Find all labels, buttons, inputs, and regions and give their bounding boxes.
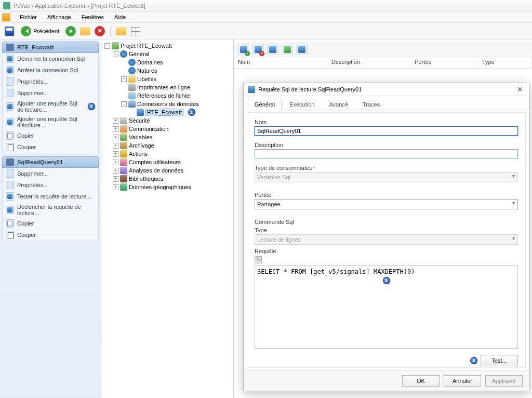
db-start-icon [6,55,14,63]
tree-general[interactable]: −Général [112,50,232,58]
action-properties[interactable]: Propriétés... [3,76,98,87]
tree-natures[interactable]: Natures [120,67,232,75]
menubar: Fichier Affichage Fenêtres Aide [0,11,532,23]
apply-button[interactable]: Appliquer [485,375,523,387]
dialog-titlebar[interactable]: Requête Sql de lecture SqlReadQuery01 ✕ [244,83,529,96]
project-icon [112,42,119,49]
trigger-icon [6,206,14,214]
folder2-button[interactable] [115,25,127,37]
action-q-trigger[interactable]: Déclencher la requête de lecture... [3,202,98,218]
tree-root[interactable]: −Projet RTE_Ecowatt [103,42,232,50]
geo-icon [120,183,127,191]
tree-comptes[interactable]: +Comptes utilisateurs [112,158,232,166]
nature-icon [128,67,136,74]
col-portee[interactable]: Portée [410,57,478,68]
test-button[interactable]: Test... [481,355,518,366]
dialog-body: Nom Description Type de consommateur Var… [247,112,526,368]
tree-securite[interactable]: +Sécurité [112,116,232,125]
variables-icon [120,134,127,141]
tree-domaines[interactable]: Domaines [120,58,232,67]
connection-icon [128,100,136,108]
tree-view[interactable]: −Projet RTE_Ecowatt −Général Domaines Na… [101,39,234,398]
action-cut[interactable]: Couper [3,141,98,153]
callout-2: 2 [88,103,95,110]
input-description[interactable] [255,149,518,158]
select-portee[interactable]: Partagée [255,199,518,209]
back-button[interactable]: Précédent [18,25,62,37]
ok-button[interactable]: OK [402,375,440,387]
app-icon [3,2,10,9]
action-q-delete[interactable]: Supprimer... [3,168,98,179]
copy-icon [6,131,14,140]
tree-libelles[interactable]: +Libellés [120,75,232,83]
back-icon [21,26,31,36]
menu-affichage[interactable]: Affichage [42,12,76,22]
tree-bibliotheques[interactable]: +Bibliothèques [112,175,232,183]
folder-icon [80,27,90,35]
delete-icon [6,89,14,97]
panel1-header[interactable]: RTE_Ecowatt [2,42,99,53]
action-q-test[interactable]: Tester la requête de lecture... [3,191,98,202]
tree-references[interactable]: Références de fichier [120,91,232,100]
menubar-icon [2,13,10,21]
edit-requete-icon[interactable] [255,256,262,263]
action-copy[interactable]: Copier [3,130,98,141]
add-write-icon [6,118,14,126]
qtb-button-5[interactable] [296,44,308,55]
panel1-title: RTE_Ecowatt [17,44,54,50]
col-type[interactable]: Type [478,57,532,68]
database-icon [6,44,14,51]
tree-actions[interactable]: +Actions [112,150,232,158]
globe-icon [120,50,127,58]
grid-view-button[interactable] [129,25,142,37]
tree-archivage[interactable]: +Archivage [112,141,232,150]
add-read-icon [6,102,14,111]
add-query-button[interactable] [238,44,249,55]
action-delete[interactable]: Supprimer... [3,87,98,99]
dialog-close-button[interactable]: ✕ [515,85,525,94]
tree-variables[interactable]: +Variables [112,133,232,141]
menu-fichier[interactable]: Fichier [15,12,42,22]
action-q-cut[interactable]: Couper [3,229,98,241]
qtb-button-3[interactable] [267,44,278,55]
remove-query-button[interactable] [252,44,264,55]
label-consommateur: Type de consommateur [255,165,518,171]
label-icon [128,75,136,83]
callout-4: 4 [470,357,477,364]
folder-icon [116,27,126,35]
tab-avance[interactable]: Avancé [322,99,355,110]
open-folder-button[interactable] [79,25,91,37]
callout-3: 3 [383,277,390,284]
panel2-header[interactable]: SqlReadQuery01 [2,156,99,168]
tree-geo[interactable]: +Données géographiques [112,183,232,191]
action-stop-sql[interactable]: Arrêter la connexion Sql [3,64,98,76]
action-q-copy[interactable]: Copier [3,218,98,229]
tree-analyses[interactable]: +Analyses de données [112,166,232,175]
col-description[interactable]: Description [327,57,410,68]
select-consommateur: Variables Sql [255,172,518,182]
tree-imprimantes[interactable]: Imprimantes en ligne [120,83,232,91]
cancel-button[interactable]: Annuler [444,375,481,387]
tree-communication[interactable]: +Communication [112,125,232,133]
tab-traces[interactable]: Traces [356,99,387,110]
action-add-write-query[interactable]: Ajouter une requête Sql d'écriture... [3,114,98,130]
menu-fenetres[interactable]: Fenêtres [76,12,109,22]
forward-button[interactable] [64,25,77,37]
tab-general[interactable]: Général [248,99,282,110]
action-start-sql[interactable]: Démarrer la connexion Sql [3,53,98,64]
tab-execution[interactable]: Exécution [283,99,321,110]
col-nom[interactable]: Nom [234,57,327,68]
grid-header: Nom Description Portée Type [234,57,532,69]
tree-connexions[interactable]: −Connexions de données [120,100,232,108]
save-button[interactable] [3,25,16,37]
qtb-button-4[interactable] [282,44,293,55]
action-q-properties[interactable]: Propriétés... [3,179,98,191]
tree-rte-ecowatt-conn[interactable]: RTE_Ecowatt 1 [128,108,232,116]
save-icon [5,26,14,36]
label-nom: Nom [255,119,518,125]
menu-aide[interactable]: Aide [109,12,131,22]
input-nom[interactable] [255,126,518,136]
stop-button[interactable] [94,25,106,37]
left-panel: RTE_Ecowatt Démarrer la connexion Sql Ar… [0,39,101,398]
action-add-read-query[interactable]: Ajouter une requête Sql de lecture...2 [3,99,98,114]
